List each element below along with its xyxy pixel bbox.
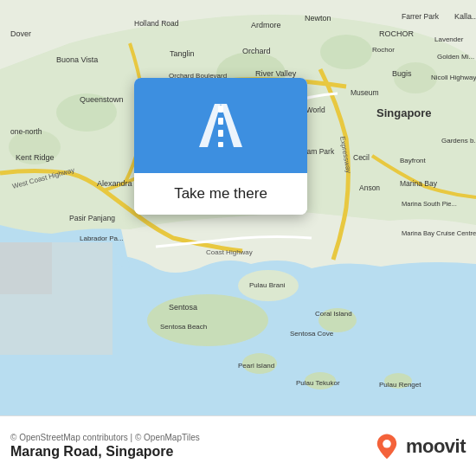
take-me-there-button[interactable]: Take me there <box>134 173 307 215</box>
moovit-logo: moovit <box>373 433 466 460</box>
svg-text:Marina South Pie...: Marina South Pie... <box>402 200 457 208</box>
attribution-text: © OpenStreetMap contributors | © OpenMap… <box>10 433 200 442</box>
svg-text:Golden Mi...: Golden Mi... <box>437 53 474 61</box>
svg-text:Marina Bay Cruise Centre: Marina Bay Cruise Centre <box>402 229 476 237</box>
svg-rect-13 <box>0 242 52 294</box>
svg-text:Singapore: Singapore <box>376 106 432 119</box>
svg-text:Pasir Panjang: Pasir Panjang <box>69 214 115 222</box>
moovit-pin-icon <box>373 433 401 460</box>
svg-text:Holland Road: Holland Road <box>134 19 179 28</box>
svg-text:Rochor: Rochor <box>372 46 395 54</box>
svg-text:one-north: one-north <box>10 127 42 136</box>
svg-text:Labrador Pa...: Labrador Pa... <box>80 235 124 242</box>
svg-text:Sentosa Cove: Sentosa Cove <box>290 330 334 338</box>
svg-text:Coral Island: Coral Island <box>315 310 352 318</box>
svg-text:ROCHOR: ROCHOR <box>379 29 414 38</box>
bottom-bar: © OpenStreetMap contributors | © OpenMap… <box>0 415 476 476</box>
svg-rect-61 <box>218 130 223 137</box>
svg-text:Nicoll Highway: Nicoll Highway <box>431 74 476 81</box>
map-container: Newton Dover Buona Vista Holland Road Ar… <box>0 0 476 415</box>
svg-text:Kent Ridge: Kent Ridge <box>16 153 55 162</box>
svg-text:Sentosa Beach: Sentosa Beach <box>160 323 207 331</box>
svg-text:Pulau Tekukor: Pulau Tekukor <box>296 379 340 387</box>
svg-text:Pearl Island: Pearl Island <box>238 362 274 370</box>
svg-text:Farrer Park: Farrer Park <box>402 12 440 21</box>
moovit-text: moovit <box>406 435 466 458</box>
svg-text:Lavender: Lavender <box>434 35 464 43</box>
svg-text:Orchard: Orchard <box>242 47 271 55</box>
svg-text:Bugis: Bugis <box>392 69 412 78</box>
popup-icon-area <box>134 78 307 173</box>
svg-text:Bayfront: Bayfront <box>400 157 427 164</box>
svg-text:Gardens b...: Gardens b... <box>441 137 476 145</box>
svg-text:Alexandra: Alexandra <box>97 179 132 188</box>
svg-text:Queenstown: Queenstown <box>80 95 124 104</box>
svg-text:Pulau Brani: Pulau Brani <box>249 281 286 289</box>
svg-text:Newton: Newton <box>305 14 331 23</box>
svg-text:Ardmore: Ardmore <box>251 21 281 29</box>
svg-text:Buona Vista: Buona Vista <box>56 55 98 64</box>
svg-point-6 <box>147 294 268 346</box>
svg-rect-60 <box>218 118 223 125</box>
svg-rect-59 <box>218 106 223 113</box>
location-name: Marang Road, Singapore <box>10 444 200 460</box>
svg-text:River Valley: River Valley <box>255 69 297 78</box>
svg-text:Sentosa: Sentosa <box>169 303 197 312</box>
svg-point-63 <box>383 440 391 448</box>
svg-text:Museum: Museum <box>351 88 379 97</box>
svg-text:Dover: Dover <box>10 29 31 38</box>
svg-rect-62 <box>218 142 223 147</box>
svg-text:Tanglin: Tanglin <box>170 49 195 58</box>
svg-text:Kalla...: Kalla... <box>454 12 476 21</box>
bottom-left-info: © OpenStreetMap contributors | © OpenMap… <box>10 433 200 460</box>
svg-text:Anson: Anson <box>359 183 380 192</box>
svg-text:Coast Highway: Coast Highway <box>206 248 253 256</box>
svg-text:Pulau Renget: Pulau Renget <box>379 381 421 389</box>
svg-text:Marina Bay: Marina Bay <box>400 179 438 188</box>
svg-point-2 <box>320 35 372 69</box>
popup-card: Take me there <box>134 78 307 215</box>
road-icon <box>190 95 251 156</box>
svg-text:Cecil: Cecil <box>353 153 370 162</box>
